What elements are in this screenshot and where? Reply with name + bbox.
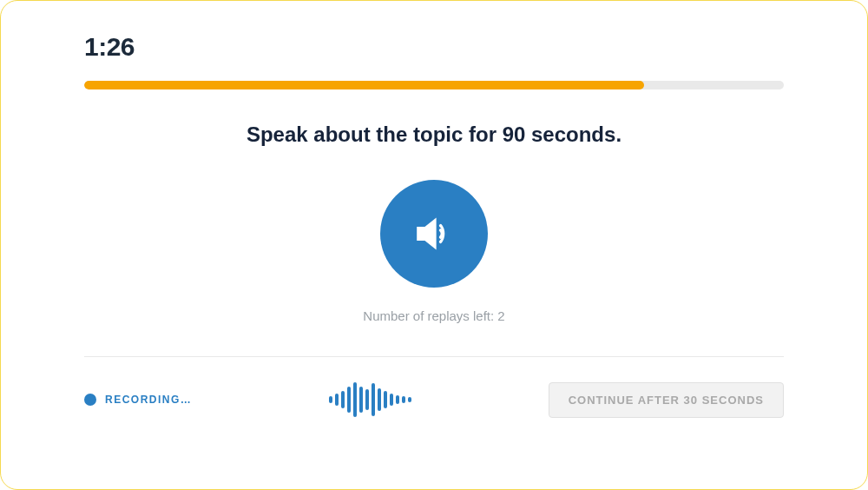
waveform-bar bbox=[359, 387, 363, 413]
play-audio-button[interactable] bbox=[380, 180, 488, 288]
waveform-bar bbox=[353, 382, 357, 417]
divider bbox=[84, 356, 784, 357]
recording-status: RECORDING… bbox=[84, 394, 192, 406]
waveform-bar bbox=[408, 397, 411, 402]
play-button-wrap bbox=[84, 180, 784, 288]
waveform-bar bbox=[329, 396, 332, 403]
recording-dot-icon bbox=[84, 394, 96, 406]
prompt-text: Speak about the topic for 90 seconds. bbox=[84, 122, 784, 147]
waveform-bar bbox=[378, 388, 381, 411]
timer: 1:26 bbox=[84, 32, 784, 62]
waveform-bar bbox=[396, 395, 399, 404]
waveform-bar bbox=[335, 394, 339, 406]
waveform-icon bbox=[329, 381, 411, 419]
waveform-bar bbox=[390, 394, 393, 406]
waveform-bar bbox=[347, 387, 351, 413]
waveform-bar bbox=[384, 391, 387, 408]
progress-fill bbox=[84, 81, 644, 89]
waveform-bar bbox=[341, 391, 345, 408]
continue-button[interactable]: CONTINUE AFTER 30 SECONDS bbox=[549, 382, 784, 418]
waveform-bar bbox=[365, 389, 369, 410]
recording-label: RECORDING… bbox=[105, 394, 192, 406]
waveform-bar bbox=[402, 396, 405, 403]
exercise-card: 1:26 Speak about the topic for 90 second… bbox=[0, 0, 868, 490]
progress-bar bbox=[84, 81, 784, 89]
footer: RECORDING… CONTINUE AFTER 30 SECONDS bbox=[84, 378, 784, 421]
replays-left: Number of replays left: 2 bbox=[84, 308, 784, 323]
speaker-icon bbox=[405, 205, 463, 262]
waveform-bar bbox=[372, 383, 375, 416]
